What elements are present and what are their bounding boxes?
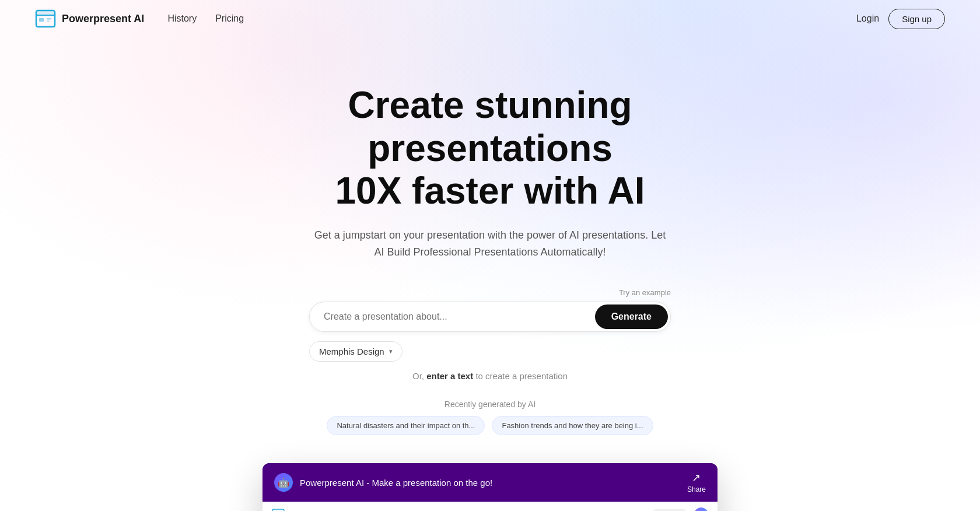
signup-button[interactable]: Sign up <box>888 9 945 29</box>
nav-links: History Pricing <box>167 13 856 24</box>
video-title-row: 🤖 Powerpresent AI - Make a presentation … <box>274 473 492 492</box>
or-text: Or, enter a text to create a presentatio… <box>412 371 568 381</box>
svg-rect-1 <box>36 10 55 15</box>
svg-rect-5 <box>47 20 50 22</box>
recently-section: Recently generated by AI Natural disaste… <box>327 400 653 435</box>
dropdown-value: Memphis Design <box>319 346 384 356</box>
style-dropdown[interactable]: Memphis Design ▾ <box>309 341 402 362</box>
hero-section: Create stunning presentations 10X faster… <box>0 37 980 511</box>
chip-0[interactable]: Natural disasters and their impact on th… <box>327 416 485 435</box>
logo-text: Powerpresent AI <box>62 13 144 25</box>
chevron-down-icon: ▾ <box>389 348 393 355</box>
presentation-input[interactable] <box>310 302 593 331</box>
video-section: 🤖 Powerpresent AI - Make a presentation … <box>262 463 718 511</box>
nav-pricing[interactable]: Pricing <box>215 13 244 24</box>
inner-avatar <box>694 508 708 511</box>
recently-chips: Natural disasters and their impact on th… <box>327 416 653 435</box>
input-container: Try an example Generate <box>309 288 671 332</box>
login-button[interactable]: Login <box>856 13 879 24</box>
video-top-bar: 🤖 Powerpresent AI - Make a presentation … <box>262 463 718 502</box>
hero-title: Create stunning presentations 10X faster… <box>251 84 729 213</box>
navbar: Powerpresent AI History Pricing Login Si… <box>0 0 980 37</box>
hero-subtitle: Get a jumpstart on your presentation wit… <box>309 227 671 261</box>
dropdown-row: Memphis Design ▾ <box>309 341 671 362</box>
share-icon: ↗ <box>692 471 701 484</box>
nav-history[interactable]: History <box>167 13 197 24</box>
input-row: Generate <box>309 302 671 332</box>
generate-button[interactable]: Generate <box>595 304 668 329</box>
svg-rect-4 <box>47 18 51 20</box>
nav-actions: Login Sign up <box>856 9 945 29</box>
try-example-label: Try an example <box>619 288 671 297</box>
video-avatar: 🤖 <box>274 473 293 492</box>
logo[interactable]: Powerpresent AI <box>35 8 144 29</box>
inner-credits: 2 credits <box>652 509 687 511</box>
video-share-button[interactable]: ↗ Share <box>687 471 706 494</box>
chip-1[interactable]: Fashion trends and how they are being i.… <box>492 416 653 435</box>
logo-icon <box>35 8 56 29</box>
inner-logo-icon <box>272 508 285 511</box>
svg-rect-3 <box>39 18 44 22</box>
video-inner-bar: History 2 credits <box>262 502 718 511</box>
recently-label: Recently generated by AI <box>444 400 536 409</box>
video-title-text: Powerpresent AI - Make a presentation on… <box>300 478 492 488</box>
